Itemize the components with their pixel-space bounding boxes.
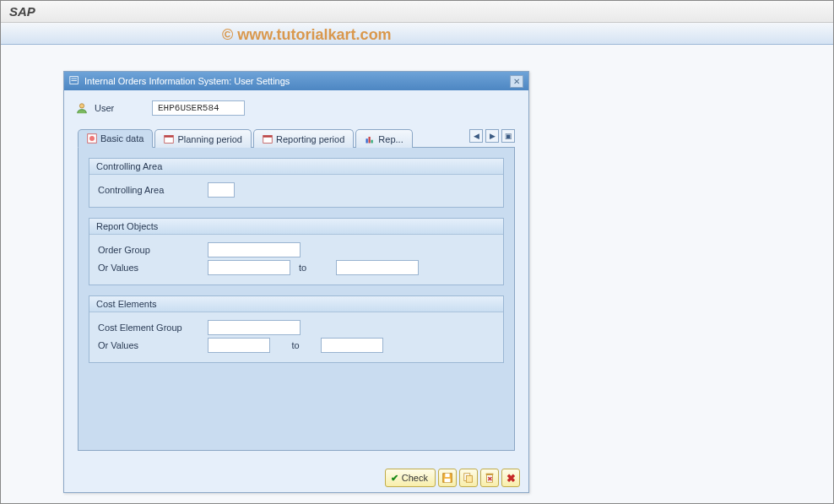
to-label: to xyxy=(299,263,328,273)
tab-rep-more[interactable]: Rep... xyxy=(355,129,412,148)
calendar-icon xyxy=(164,134,174,144)
svg-rect-14 xyxy=(445,474,449,477)
basic-data-icon xyxy=(87,133,97,144)
order-group-input[interactable] xyxy=(208,242,301,257)
svg-rect-15 xyxy=(445,479,451,482)
user-label: User xyxy=(95,103,145,113)
svg-rect-7 xyxy=(165,135,174,137)
cost-element-group-label: Cost Element Group xyxy=(98,322,199,333)
check-icon: ✔ xyxy=(391,473,398,484)
tab-scroll-left-icon[interactable]: ◀ xyxy=(469,129,483,143)
svg-rect-12 xyxy=(371,139,373,143)
calendar-icon xyxy=(263,134,273,144)
svg-rect-11 xyxy=(369,137,371,144)
group-title: Controlling Area xyxy=(89,159,503,175)
cost-or-values-from-input[interactable] xyxy=(208,338,270,353)
svg-rect-17 xyxy=(466,475,472,482)
or-values-from-input[interactable] xyxy=(208,260,290,275)
copy-icon xyxy=(463,472,474,484)
user-value: EHP6USER584 xyxy=(152,100,245,116)
tab-strip: Basic data Planning period Reporting per… xyxy=(78,127,515,148)
svg-point-3 xyxy=(79,104,84,108)
or-values-label: Or Values xyxy=(98,263,199,273)
tab-label: Reporting period xyxy=(276,134,344,144)
to-label: to xyxy=(279,340,312,350)
controlling-area-input[interactable] xyxy=(208,182,235,198)
close-icon[interactable]: ✕ xyxy=(510,75,523,88)
order-group-label: Order Group xyxy=(98,245,199,255)
app-titlebar: SAP xyxy=(1,1,833,23)
dialog-icon xyxy=(69,75,80,88)
delete-button[interactable]: ✖ xyxy=(480,469,499,487)
tab-label: Basic data xyxy=(100,133,144,144)
tab-reporting-period[interactable]: Reporting period xyxy=(253,129,354,148)
tab-scroll-right-icon[interactable]: ▶ xyxy=(485,129,499,143)
tab-basic-data[interactable]: Basic data xyxy=(78,129,153,148)
save-button[interactable] xyxy=(438,469,457,487)
group-title: Report Objects xyxy=(89,219,503,235)
copy-button[interactable] xyxy=(459,469,478,487)
svg-text:✖: ✖ xyxy=(487,475,493,483)
group-report-objects: Report Objects Order Group Or Values to xyxy=(89,218,504,285)
group-controlling-area: Controlling Area Controlling Area xyxy=(89,158,504,208)
controlling-area-label: Controlling Area xyxy=(98,185,199,195)
check-button[interactable]: ✔ Check xyxy=(385,469,436,487)
tab-label: Planning period xyxy=(177,134,241,144)
dialog-footer: ✔ Check ✖ ✖ xyxy=(385,469,520,487)
or-values-to-input[interactable] xyxy=(336,260,419,275)
dialog-titlebar: Internal Orders Information System: User… xyxy=(64,72,528,90)
tab-panel-basic-data: Controlling Area Controlling Area Report… xyxy=(78,147,515,451)
app-toolbar xyxy=(1,23,833,45)
save-icon xyxy=(441,472,453,484)
user-icon xyxy=(76,102,88,114)
cancel-button[interactable]: ✖ xyxy=(501,469,520,487)
tab-planning-period[interactable]: Planning period xyxy=(154,129,251,148)
delete-icon: ✖ xyxy=(484,472,496,484)
cost-element-group-input[interactable] xyxy=(208,320,301,335)
tab-list-icon[interactable]: ▣ xyxy=(501,129,515,143)
dialog-title: Internal Orders Information System: User… xyxy=(84,76,290,86)
svg-point-5 xyxy=(89,136,95,141)
group-title: Cost Elements xyxy=(89,296,503,312)
cancel-icon: ✖ xyxy=(506,472,516,485)
check-button-label: Check xyxy=(402,473,428,483)
svg-rect-9 xyxy=(263,135,273,137)
group-cost-elements: Cost Elements Cost Element Group Or Valu… xyxy=(89,295,504,363)
or-values-label: Or Values xyxy=(98,340,199,350)
report-icon xyxy=(365,134,375,144)
user-settings-dialog: Internal Orders Information System: User… xyxy=(63,71,529,493)
svg-rect-10 xyxy=(366,138,368,143)
cost-or-values-to-input[interactable] xyxy=(321,338,383,353)
tab-label: Rep... xyxy=(378,134,403,144)
